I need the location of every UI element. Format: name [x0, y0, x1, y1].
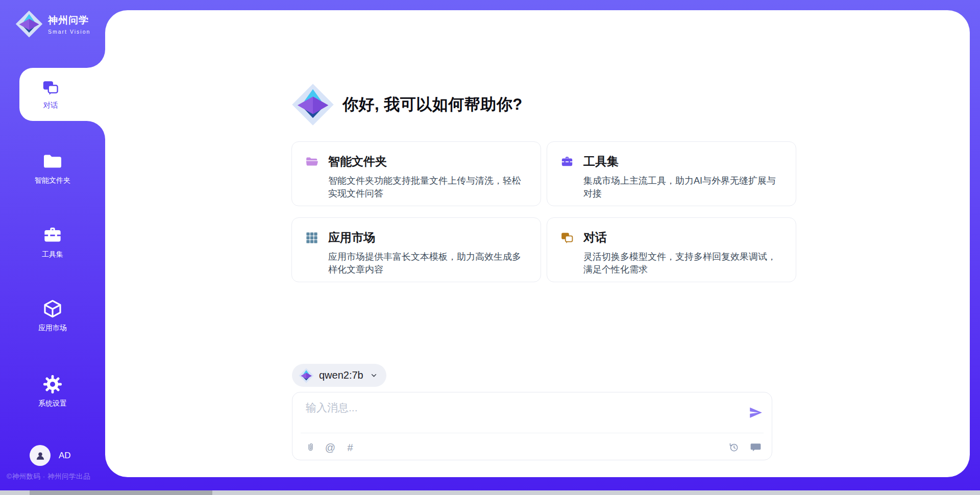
brand-name: 神州问学 — [48, 14, 90, 27]
attach-file-button[interactable] — [305, 442, 316, 453]
card-toolset[interactable]: 工具集 集成市场上主流工具，助力AI与外界无缝扩展与对接 — [547, 141, 796, 206]
topic-button[interactable]: # — [345, 442, 356, 453]
greeting-block: 你好, 我可以如何帮助你? — [291, 83, 523, 126]
card-title: 应用市场 — [328, 230, 375, 245]
person-icon — [34, 450, 46, 462]
brand: 神州问学 Smart Vision — [15, 10, 90, 38]
sidebar-item-toolset[interactable]: 工具集 — [0, 225, 105, 259]
sidebar-item-label: 智能文件夹 — [35, 176, 70, 185]
message-composer: @ # — [292, 392, 772, 460]
sidebar-item-chat[interactable]: 对话 — [19, 68, 82, 121]
assistant-logo-icon — [291, 83, 334, 126]
cube-icon — [42, 299, 63, 319]
app-root: 神州问学 Smart Vision 对话 智能文件夹 工具集 应用市场 系统设置… — [0, 0, 980, 495]
greeting-title: 你好, 我可以如何帮助你? — [342, 94, 523, 115]
user-name: AD — [59, 451, 71, 461]
model-logo-icon — [299, 368, 314, 383]
history-button[interactable] — [728, 441, 740, 453]
sidebar-footer: ©神州数码 · 神州问学出品 — [7, 472, 109, 481]
sidebar-item-label: 工具集 — [42, 250, 63, 259]
chat-solid-icon — [750, 441, 762, 453]
card-title: 工具集 — [583, 154, 619, 169]
horizontal-scrollbar-thumb[interactable] — [30, 490, 212, 495]
card-description: 应用市场提供丰富长文本模板，助力高效生成多样化文章内容 — [328, 251, 528, 276]
folder-icon — [42, 151, 63, 171]
card-smart-folders[interactable]: 智能文件夹 智能文件夹功能支持批量文件上传与清洗，轻松实现文件问答 — [291, 141, 541, 206]
chat-bubbles-icon — [560, 231, 574, 244]
feature-cards: 智能文件夹 智能文件夹功能支持批量文件上传与清洗，轻松实现文件问答 工具集 集成… — [291, 141, 772, 282]
composer-tools-right — [728, 441, 762, 453]
conversation-button[interactable] — [750, 441, 762, 453]
send-button[interactable] — [749, 406, 763, 419]
model-selector[interactable]: qwen2:7b — [292, 364, 386, 387]
sidebar-item-settings[interactable]: 系统设置 — [0, 374, 105, 408]
sidebar-item-app-market[interactable]: 应用市场 — [0, 299, 105, 333]
history-clock-icon — [728, 441, 740, 453]
chat-bubbles-icon — [42, 79, 59, 96]
sidebar-item-label: 应用市场 — [38, 324, 67, 333]
avatar — [30, 445, 51, 466]
toolbox-icon — [42, 225, 63, 245]
grid-icon — [305, 231, 318, 244]
sidebar-item-label: 系统设置 — [38, 399, 67, 408]
toolbox-icon — [560, 155, 574, 168]
mention-button[interactable]: @ — [325, 442, 336, 453]
gear-icon — [42, 374, 63, 394]
brand-logo-icon — [15, 10, 43, 38]
composer-divider — [301, 433, 764, 433]
paperclip-icon — [305, 442, 316, 453]
card-chat[interactable]: 对话 灵活切换多模型文件，支持多样回复效果调试，满足个性化需求 — [547, 217, 796, 282]
brand-tagline: Smart Vision — [48, 29, 90, 35]
card-description: 智能文件夹功能支持批量文件上传与清洗，轻松实现文件问答 — [328, 175, 528, 200]
message-input[interactable] — [305, 400, 730, 429]
card-title: 对话 — [583, 230, 607, 245]
chevron-down-icon — [370, 371, 378, 380]
composer-tools-left: @ # — [305, 442, 356, 453]
card-description: 集成市场上主流工具，助力AI与外界无缝扩展与对接 — [583, 175, 783, 200]
model-name: qwen2:7b — [319, 369, 363, 381]
horizontal-scrollbar — [0, 490, 980, 495]
sidebar-item-smart-folders[interactable]: 智能文件夹 — [0, 151, 105, 185]
card-description: 灵活切换多模型文件，支持多样回复效果调试，满足个性化需求 — [583, 251, 783, 276]
user-profile[interactable]: AD — [30, 445, 71, 466]
card-app-market[interactable]: 应用市场 应用市场提供丰富长文本模板，助力高效生成多样化文章内容 — [291, 217, 541, 282]
folder-open-icon — [305, 155, 318, 168]
card-title: 智能文件夹 — [328, 154, 387, 169]
sidebar-item-label: 对话 — [43, 101, 58, 110]
send-icon — [749, 406, 763, 419]
